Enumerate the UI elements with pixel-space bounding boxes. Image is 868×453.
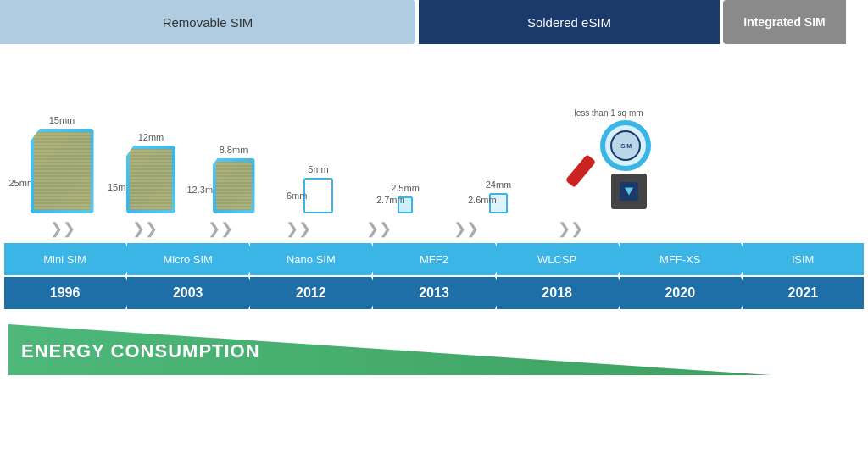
isim-visual: iSIM [558, 120, 659, 213]
chevron-4: ❯❯ [259, 219, 337, 238]
isim-chip-inner [620, 182, 638, 201]
header-soldered: Soldered eSIM [419, 0, 720, 44]
year-mini: 1996 [4, 277, 125, 309]
timeline-wlcsp: WLCSP [497, 243, 618, 275]
wlcsp-width-label: 2.5mm [391, 183, 420, 193]
year-row: 1996 2003 2012 2013 2018 2020 2021 [4, 277, 864, 309]
sim-col-mff2: 5mm 6mm [278, 164, 359, 213]
nano-sim-card [213, 158, 255, 213]
mffxs-height-label: 2.6mm [468, 195, 497, 205]
chevron-2: ❯❯ [108, 219, 181, 238]
timeline-mffxs: MFF-XS [620, 243, 741, 275]
timeline-micro: Micro SIM [127, 243, 248, 275]
energy-section: ENERGY CONSUMPTION [0, 316, 868, 375]
timeline-mff2: MFF2 [373, 243, 494, 275]
year-mff2: 2013 [373, 277, 494, 309]
nano-width-label: 8.8mm [220, 145, 248, 155]
micro-width-label: 12mm [138, 132, 164, 142]
micro-sim-card [126, 146, 175, 213]
year-micro: 2003 [127, 277, 248, 309]
year-mffxs: 2020 [620, 277, 741, 309]
mini-sim-card [31, 129, 94, 213]
mffxs-width-label: 24mm [486, 180, 512, 190]
timeline-mini: Mini SIM [4, 243, 125, 275]
timeline-row: Mini SIM Micro SIM Nano SIM MFF2 WLCSP M… [4, 243, 864, 275]
chevron-row: ❯❯ ❯❯ ❯❯ ❯❯ ❯❯ ❯❯ ❯❯ [0, 213, 868, 243]
chevron-5: ❯❯ [337, 219, 420, 238]
header-bar: Removable SIM Soldered eSIM Integrated S… [0, 0, 868, 44]
header-removable: Removable SIM [0, 0, 415, 44]
chip-arrow [625, 188, 633, 196]
mini-width-label: 15mm [49, 115, 75, 125]
header-integrated: Integrated SIM [723, 0, 846, 44]
magnifier-glass: iSIM [600, 120, 651, 171]
sim-col-nano: 8.8mm 12.3mm [193, 145, 274, 213]
chevron-1: ❯❯ [17, 219, 108, 238]
removable-label: Removable SIM [163, 15, 253, 30]
sim-col-mini: 15mm 25mm [15, 115, 108, 213]
integrated-label: Integrated SIM [743, 15, 825, 29]
chevron-7: ❯❯ [512, 219, 629, 238]
mff2-sim-card [303, 178, 333, 213]
wlcsp-height-label: 2.7mm [376, 195, 405, 205]
year-nano: 2012 [250, 277, 371, 309]
sim-col-wlcsp: 2.5mm 2.7mm [363, 183, 448, 213]
year-wlcsp: 2018 [497, 277, 618, 309]
mff2-height-label: 6mm [287, 191, 307, 201]
year-isim: 2021 [743, 277, 864, 309]
timeline-nano: Nano SIM [250, 243, 371, 275]
timeline-isim: iSIM [743, 243, 864, 275]
chevron-6: ❯❯ [420, 219, 512, 238]
sim-col-isim: less than 1 sq mm iSIM [549, 108, 668, 213]
soldered-label: Soldered eSIM [527, 15, 611, 30]
main-container: Removable SIM Soldered eSIM Integrated S… [0, 0, 868, 453]
isim-chip [611, 174, 647, 209]
isim-inner-circle: iSIM [610, 130, 641, 161]
sim-col-micro: 12mm 15mm [113, 132, 189, 213]
sims-area: 15mm 25mm 12mm 15mm 8.8mm 12.3mm 5mm [0, 44, 868, 213]
magnifier-handle [565, 154, 596, 188]
sim-col-mffxs: 24mm 2.6mm [452, 180, 545, 213]
chevron-3: ❯❯ [181, 219, 259, 238]
mff2-width-label: 5mm [308, 164, 328, 174]
energy-label: ENERGY CONSUMPTION [21, 340, 260, 362]
isim-size-label: less than 1 sq mm [574, 108, 643, 118]
